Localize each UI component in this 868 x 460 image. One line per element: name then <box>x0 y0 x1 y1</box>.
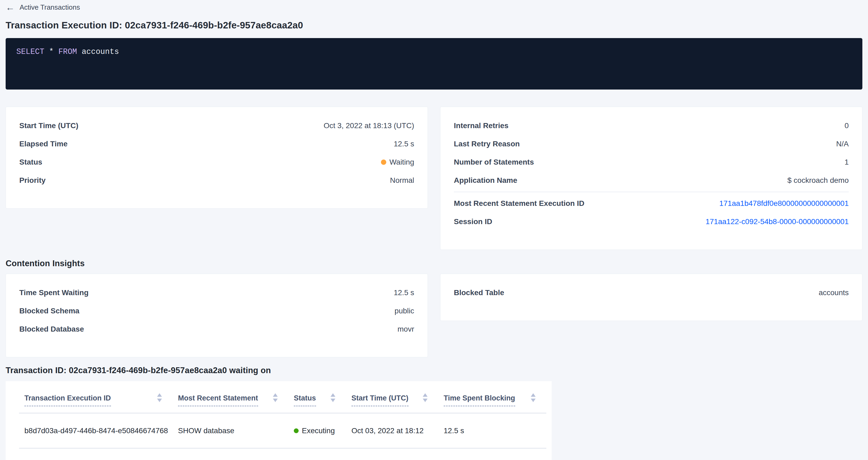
sort-arrows-icon[interactable] <box>423 393 428 402</box>
summary-row-application-name: Application Name $ cockroach demo <box>454 171 849 189</box>
row-label: Number of Statements <box>454 158 534 166</box>
status-text: Executing <box>302 427 335 435</box>
sql-table-name: accounts <box>77 48 119 56</box>
column-header-start-time: Start Time (UTC) <box>346 381 438 413</box>
column-header-label: Start Time (UTC) <box>351 394 408 406</box>
column-header-label: Status <box>294 394 316 406</box>
row-label: Last Retry Reason <box>454 140 520 148</box>
sort-arrows-icon[interactable] <box>331 393 335 402</box>
row-label: Elapsed Time <box>19 140 67 148</box>
summary-row-priority: Priority Normal <box>19 171 414 189</box>
sql-star: * <box>44 48 58 56</box>
waiting-on-heading: Transaction ID: 02ca7931-f246-469b-b2fe-… <box>6 366 862 375</box>
column-header-transaction-execution-id: Transaction Execution ID <box>19 381 173 413</box>
summary-row-number-of-statements: Number of Statements 1 <box>454 153 849 171</box>
summary-card-left: Start Time (UTC) Oct 3, 2022 at 18:13 (U… <box>6 107 428 209</box>
column-header-time-spent-blocking: Time Spent Blocking <box>438 381 546 413</box>
sort-button[interactable]: Start Time (UTC) <box>351 394 408 406</box>
row-label: Session ID <box>454 217 492 226</box>
row-label: Application Name <box>454 176 517 185</box>
row-label: Most Recent Statement Execution ID <box>454 199 584 208</box>
table-header-row: Transaction Execution ID Most Recent Sta… <box>19 381 546 413</box>
column-header-label: Time Spent Blocking <box>444 394 515 406</box>
waiting-on-table: Transaction Execution ID Most Recent Sta… <box>19 381 546 449</box>
summary-row-last-retry-reason: Last Retry Reason N/A <box>454 135 849 153</box>
transaction-details-page: ← Active Transactions Transaction Execut… <box>0 0 868 460</box>
row-label: Blocked Schema <box>19 307 79 315</box>
row-value: movr <box>398 325 414 334</box>
table-row: b8d7d03a-d497-446b-8474-e50846674768 SHO… <box>19 413 546 448</box>
sql-keyword-select: SELECT <box>17 48 44 56</box>
row-value: 12.5 s <box>394 288 414 297</box>
back-link[interactable]: ← Active Transactions <box>6 3 80 12</box>
contention-row-blocked-table: Blocked Table accounts <box>454 284 849 302</box>
session-id-link[interactable]: 171aa122-c092-54b8-0000-000000000001 <box>706 217 849 226</box>
cell-transaction-execution-id: b8d7d03a-d497-446b-8474-e50846674768 <box>19 413 173 448</box>
column-header-label: Transaction Execution ID <box>24 394 111 406</box>
sort-button[interactable]: Time Spent Blocking <box>444 394 515 406</box>
contention-cards-row: Time Spent Waiting 12.5 s Blocked Schema… <box>6 274 862 357</box>
row-label: Internal Retries <box>454 121 508 130</box>
status-text: Waiting <box>390 158 414 166</box>
row-value: Oct 3, 2022 at 18:13 (UTC) <box>323 121 414 130</box>
row-value: 0 <box>844 121 849 130</box>
summary-row-statement-execution-id: Most Recent Statement Execution ID 171aa… <box>454 194 849 213</box>
sort-arrows-icon[interactable] <box>273 393 278 402</box>
summary-row-session-id: Session ID 171aa122-c092-54b8-0000-00000… <box>454 213 849 231</box>
arrow-left-icon: ← <box>6 3 15 12</box>
status-badge: Waiting <box>381 158 414 166</box>
row-label: Time Spent Waiting <box>19 288 89 297</box>
row-value: 1 <box>844 158 849 166</box>
waiting-on-table-card: Transaction Execution ID Most Recent Sta… <box>6 381 552 460</box>
page-title: Transaction Execution ID: 02ca7931-f246-… <box>6 20 862 31</box>
sort-button[interactable]: Status <box>294 394 316 406</box>
contention-row-blocked-database: Blocked Database movr <box>19 320 414 338</box>
row-label: Status <box>19 158 42 166</box>
row-value: public <box>395 307 414 315</box>
sql-statement: SELECT * FROM accounts <box>17 48 119 56</box>
back-link-label: Active Transactions <box>20 3 80 11</box>
summary-row-start-time: Start Time (UTC) Oct 3, 2022 at 18:13 (U… <box>19 117 414 135</box>
summary-row-internal-retries: Internal Retries 0 <box>454 117 849 135</box>
cell-time-spent-blocking: 12.5 s <box>438 413 546 448</box>
sql-statement-box: SELECT * FROM accounts <box>6 38 862 90</box>
row-value: Normal <box>390 176 414 185</box>
cell-status: Executing <box>288 413 346 448</box>
row-value: 12.5 s <box>394 140 414 148</box>
contention-insights-heading: Contention Insights <box>6 259 862 268</box>
column-header-most-recent-statement: Most Recent Statement <box>173 381 288 413</box>
summary-row-elapsed-time: Elapsed Time 12.5 s <box>19 135 414 153</box>
column-header-status: Status <box>288 381 346 413</box>
cell-most-recent-statement: SHOW database <box>173 413 288 448</box>
sort-button[interactable]: Most Recent Statement <box>178 394 258 406</box>
statement-execution-id-link[interactable]: 171aa1b478fdf0e80000000000000001 <box>719 199 849 208</box>
row-value: $ cockroach demo <box>787 176 849 185</box>
row-value: N/A <box>836 140 849 148</box>
sql-keyword-from: FROM <box>58 48 77 56</box>
contention-row-blocked-schema: Blocked Schema public <box>19 302 414 320</box>
row-value: accounts <box>819 288 849 297</box>
summary-row-status: Status Waiting <box>19 153 414 171</box>
sort-arrows-icon[interactable] <box>531 393 536 402</box>
row-label: Blocked Table <box>454 288 504 297</box>
executing-status-dot-icon <box>294 428 299 433</box>
status-badge: Executing <box>294 427 335 435</box>
summary-cards-row: Start Time (UTC) Oct 3, 2022 at 18:13 (U… <box>6 107 862 250</box>
summary-card-right: Internal Retries 0 Last Retry Reason N/A… <box>440 107 862 250</box>
sort-arrows-icon[interactable] <box>157 393 162 402</box>
row-label: Priority <box>19 176 45 185</box>
contention-row-time-spent-waiting: Time Spent Waiting 12.5 s <box>19 284 414 302</box>
waiting-status-dot-icon <box>381 159 386 165</box>
row-label: Start Time (UTC) <box>19 121 78 130</box>
sort-button[interactable]: Transaction Execution ID <box>24 394 111 406</box>
column-header-label: Most Recent Statement <box>178 394 258 406</box>
contention-card-right: Blocked Table accounts <box>440 274 862 321</box>
cell-start-time: Oct 03, 2022 at 18:12 <box>346 413 438 448</box>
row-label: Blocked Database <box>19 325 84 334</box>
card-divider <box>454 192 849 192</box>
contention-card-left: Time Spent Waiting 12.5 s Blocked Schema… <box>6 274 428 357</box>
